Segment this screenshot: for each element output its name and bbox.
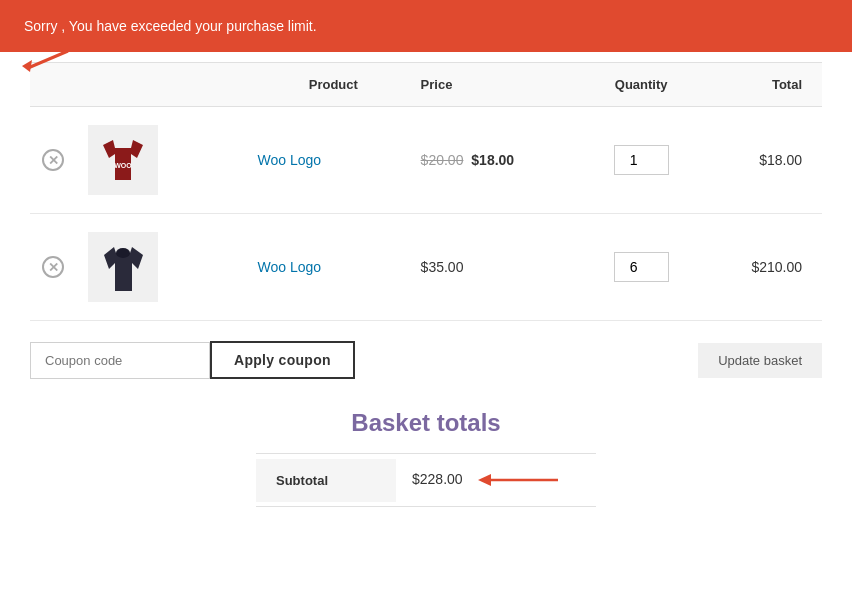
error-message: Sorry , You have exceeded your purchase …: [24, 18, 317, 34]
product-thumb-2: [88, 232, 158, 302]
price-2: $35.00: [421, 259, 464, 275]
svg-text:WOO: WOO: [114, 162, 132, 169]
qty-input-2[interactable]: [614, 252, 669, 282]
col-price-header: Price: [409, 63, 583, 107]
col-product-header: Product: [170, 63, 409, 107]
qty-cell-2: [583, 214, 700, 321]
remove-icon-1: ✕: [42, 149, 64, 171]
qty-cell-1: [583, 107, 700, 214]
svg-marker-9: [478, 474, 491, 486]
coupon-row: Apply coupon Update basket: [30, 341, 822, 379]
banner-area: Sorry , You have exceeded your purchase …: [0, 0, 852, 52]
image-cell-1: WOO: [76, 107, 170, 214]
col-image-header: [76, 63, 170, 107]
svg-point-7: [116, 248, 130, 258]
error-banner: Sorry , You have exceeded your purchase …: [0, 0, 852, 52]
apply-coupon-button[interactable]: Apply coupon: [210, 341, 355, 379]
coupon-input[interactable]: [30, 342, 210, 379]
remove-button-1[interactable]: ✕: [42, 149, 64, 171]
product-name-cell-1: Woo Logo: [170, 107, 409, 214]
tshirt-image: WOO: [93, 130, 153, 190]
image-cell-2: [76, 214, 170, 321]
price-cell-2: $35.00: [409, 214, 583, 321]
cart-table: Product Price Quantity Total ✕: [30, 62, 822, 321]
sale-price-1: $18.00: [471, 152, 514, 168]
table-header-row: Product Price Quantity Total: [30, 63, 822, 107]
subtotal-label: Subtotal: [256, 459, 396, 502]
subtotal-amount: $228.00: [412, 471, 463, 487]
price-cell-1: $20.00 $18.00: [409, 107, 583, 214]
remove-cell-1: ✕: [30, 107, 76, 214]
col-qty-header: Quantity: [583, 63, 700, 107]
subtotal-value-cell: $228.00: [396, 454, 596, 506]
svg-line-0: [28, 51, 68, 68]
qty-input-1[interactable]: [614, 145, 669, 175]
hoodie-image: [96, 237, 151, 297]
totals-table: Subtotal $228.00: [256, 453, 596, 507]
left-arrow-container: [20, 46, 70, 79]
svg-marker-1: [22, 60, 32, 72]
remove-icon-2: ✕: [42, 256, 64, 278]
subtotal-row: Subtotal $228.00: [256, 453, 596, 507]
product-link-1[interactable]: Woo Logo: [258, 152, 322, 168]
total-cell-1: $18.00: [700, 107, 822, 214]
table-row: ✕ WOO: [30, 107, 822, 214]
col-total-header: Total: [700, 63, 822, 107]
cart-container: Product Price Quantity Total ✕: [0, 62, 852, 537]
update-basket-button[interactable]: Update basket: [698, 343, 822, 378]
page-wrapper: Sorry , You have exceeded your purchase …: [0, 0, 852, 537]
table-row: ✕: [30, 214, 822, 321]
subtotal-arrow-icon: [473, 468, 563, 492]
product-name-cell-2: Woo Logo: [170, 214, 409, 321]
product-link-2[interactable]: Woo Logo: [258, 259, 322, 275]
basket-totals-title: Basket totals: [30, 409, 822, 437]
product-thumb-1: WOO: [88, 125, 158, 195]
remove-cell-2: ✕: [30, 214, 76, 321]
basket-totals-section: Basket totals Subtotal $228.00: [30, 409, 822, 507]
original-price-1: $20.00: [421, 152, 464, 168]
left-arrow-icon: [20, 46, 70, 76]
total-cell-2: $210.00: [700, 214, 822, 321]
remove-button-2[interactable]: ✕: [42, 256, 64, 278]
